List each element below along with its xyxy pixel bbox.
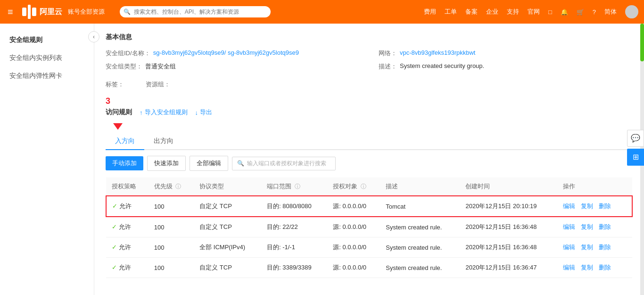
access-rules-title: 访问规则 — [106, 108, 132, 117]
port-range-info-icon[interactable]: ⓘ — [295, 183, 300, 190]
security-group-id-label: 安全组ID/名称： — [106, 49, 150, 58]
security-group-id-value[interactable]: sg-8vb3myj62gv5lotq9se9/ sg-8vb3myj62gv5… — [153, 49, 299, 56]
cell-priority-1: 100 — [149, 217, 194, 237]
nav-icon-screen[interactable]: □ — [548, 8, 552, 16]
svg-rect-2 — [32, 8, 36, 16]
edit-button-2[interactable]: 编辑 — [563, 244, 575, 251]
security-group-type-label: 安全组类型： — [106, 62, 142, 71]
search-area: 🔍 — [120, 6, 271, 17]
cell-time-0: 2020年12月15日 20:10:19 — [460, 196, 557, 217]
cell-desc-2: System created rule. — [380, 237, 460, 258]
copy-button-3[interactable]: 复制 — [581, 264, 593, 271]
access-rules-header: 访问规则 ↑ 导入安全组规则 ↓ 导出 — [106, 108, 633, 117]
nav-link-support[interactable]: 支持 — [507, 8, 519, 16]
cell-desc-0: Tomcat — [380, 196, 460, 217]
svg-rect-0 — [22, 8, 26, 16]
cell-auth-0: 源: 0.0.0.0/0 — [327, 196, 380, 217]
tags-item: 标签： — [106, 80, 127, 89]
content-area: 基本信息 安全组ID/名称： sg-8vb3myj62gv5lotq9se9/ … — [94, 24, 644, 295]
auth-object-info-icon[interactable]: ⓘ — [361, 183, 366, 190]
cell-priority-3: 100 — [149, 258, 194, 278]
network-value[interactable]: vpc-8vb93glfeks193rpkkbwt — [400, 49, 475, 56]
nav-icon-cart[interactable]: 🛒 — [577, 8, 584, 16]
security-group-type-row: 安全组类型： 普通安全组 — [106, 62, 360, 71]
copy-button-1[interactable]: 复制 — [581, 223, 593, 230]
tabs: 入方向 出方向 — [106, 133, 633, 150]
cell-time-1: 2020年12月15日 16:36:48 — [460, 217, 557, 237]
tags-label: 标签： — [106, 80, 124, 89]
import-link[interactable]: ↑ 导入安全组规则 — [140, 108, 188, 117]
table-header-row: 授权策略 优先级 ⓘ 协议类型 端口范围 ⓘ 授权对象 ⓘ 描述 — [106, 177, 632, 196]
tab-outbound[interactable]: 出方向 — [144, 133, 183, 149]
cell-protocol-2: 全部 ICMP(IPv4) — [194, 237, 261, 258]
col-actions: 操作 — [557, 177, 632, 196]
network-row: 网络： vpc-8vb93glfeks193rpkkbwt — [379, 49, 633, 58]
grid-float-button[interactable]: ⊞ — [627, 149, 644, 166]
chat-float-button[interactable]: 💬 — [627, 130, 644, 147]
search-icon: 🔍 — [124, 8, 131, 15]
cell-auth-3: 源: 0.0.0.0/0 — [327, 258, 380, 278]
right-float-panel: 💬 ⊞ — [627, 130, 644, 166]
edit-button-1[interactable]: 编辑 — [563, 223, 575, 230]
delete-button-3[interactable]: 删除 — [599, 264, 611, 271]
nav-link-tickets[interactable]: 工单 — [445, 8, 457, 16]
logo: 阿里云 — [21, 4, 62, 19]
sidebar-item-security-group-rules[interactable]: 安全组规则 — [0, 31, 94, 49]
cell-time-3: 2020年12月15日 16:36:47 — [460, 258, 557, 278]
avatar[interactable] — [625, 5, 638, 18]
delete-button-2[interactable]: 删除 — [599, 244, 611, 251]
copy-button-0[interactable]: 复制 — [581, 202, 593, 210]
status-icon-2: ✓ — [112, 244, 117, 251]
rules-search[interactable]: 🔍 输入端口或者授权对象进行搜索 — [232, 157, 336, 170]
delete-button-1[interactable]: 删除 — [599, 223, 611, 230]
cell-desc-3: System created rule. — [380, 258, 460, 278]
cell-protocol-1: 自定义 TCP — [194, 217, 261, 237]
scroll-thumb — [640, 24, 644, 61]
nav-link-beian[interactable]: 备案 — [465, 8, 478, 16]
cell-auth-2: 源: 0.0.0.0/0 — [327, 237, 380, 258]
nav-icon-bell[interactable]: 🔔 — [561, 8, 568, 16]
cell-strategy-3: ✓允许 — [106, 258, 149, 278]
sidebar-item-elastic-nic[interactable]: 安全组内弹性网卡 — [0, 67, 94, 85]
rules-table: 授权策略 优先级 ⓘ 协议类型 端口范围 ⓘ 授权对象 ⓘ 描述 — [106, 177, 633, 278]
edit-button-0[interactable]: 编辑 — [563, 202, 575, 210]
security-group-id-row: 安全组ID/名称： sg-8vb3myj62gv5lotq9se9/ sg-8v… — [106, 49, 360, 58]
cell-auth-1: 源: 0.0.0.0/0 — [327, 217, 380, 237]
nav-link-fees[interactable]: 费用 — [424, 8, 436, 16]
description-row: 描述： System created security group. — [379, 62, 633, 71]
cell-actions-2: 编辑 复制 删除 — [557, 237, 632, 258]
svg-rect-1 — [28, 5, 31, 19]
cell-port-2: 目的: -1/-1 — [261, 237, 327, 258]
nav-link-enterprise[interactable]: 企业 — [486, 8, 498, 16]
nav-links: 费用 工单 备案 企业 支持 官网 □ 🔔 🛒 ? 简体 — [424, 5, 638, 18]
edit-all-button[interactable]: 全部编辑 — [190, 156, 228, 171]
search-icon-small: 🔍 — [237, 160, 244, 167]
quick-add-button[interactable]: 快速添加 — [147, 156, 186, 171]
sidebar-item-instance-list[interactable]: 安全组内实例列表 — [0, 49, 94, 67]
main-layout: ‹ 安全组规则 安全组内实例列表 安全组内弹性网卡 基本信息 安全组ID/名称：… — [0, 24, 644, 295]
cell-actions-0: 编辑 复制 删除 — [557, 196, 632, 217]
delete-button-0[interactable]: 删除 — [599, 202, 611, 210]
col-priority: 优先级 ⓘ — [149, 177, 194, 196]
sidebar-collapse-button[interactable]: ‹ — [88, 31, 99, 42]
edit-button-3[interactable]: 编辑 — [563, 264, 575, 271]
col-created-time: 创建时间 — [460, 177, 557, 196]
nav-lang[interactable]: 简体 — [604, 8, 617, 16]
manual-add-button[interactable]: 手动添加 — [106, 156, 143, 170]
cell-actions-1: 编辑 复制 删除 — [557, 217, 632, 237]
table-row: ✓允许 100 全部 ICMP(IPv4) 目的: -1/-1 源: 0.0.0… — [106, 237, 632, 258]
cell-protocol-0: 自定义 TCP — [194, 196, 261, 217]
cell-strategy-0: ✓允许 — [106, 196, 149, 217]
table-row: ✓允许 100 自定义 TCP 目的: 8080/8080 源: 0.0.0.0… — [106, 196, 632, 217]
copy-button-2[interactable]: 复制 — [581, 244, 593, 251]
col-protocol: 协议类型 — [194, 177, 261, 196]
nav-icon-help[interactable]: ? — [593, 8, 596, 16]
svg-point-3 — [629, 7, 635, 13]
account-dropdown[interactable]: 账号全部资源 — [68, 8, 105, 16]
search-input[interactable] — [120, 6, 271, 17]
priority-info-icon[interactable]: ⓘ — [175, 183, 181, 190]
nav-link-official[interactable]: 官网 — [528, 8, 540, 16]
tab-inbound[interactable]: 入方向 — [106, 133, 144, 150]
export-link[interactable]: ↓ 导出 — [195, 108, 213, 117]
menu-icon[interactable]: ≡ — [6, 5, 15, 19]
